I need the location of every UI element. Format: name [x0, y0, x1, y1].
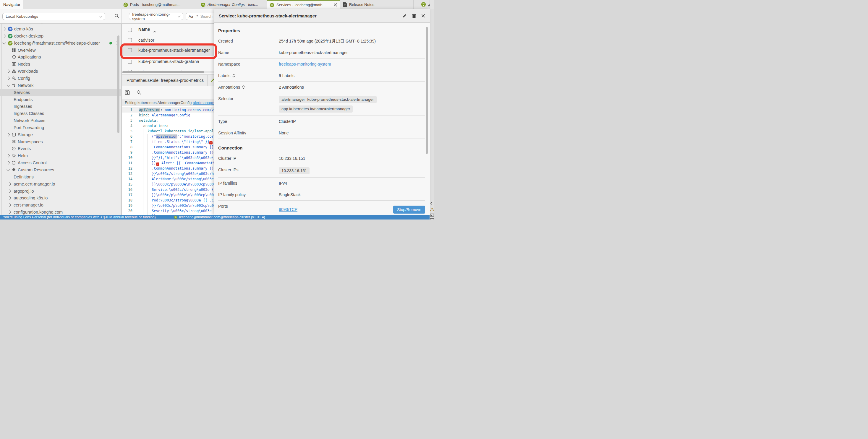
select-all-checkbox[interactable] — [128, 28, 132, 32]
custom-resources-icon — [12, 168, 16, 172]
warning-icon[interactable] — [430, 207, 434, 212]
line-number: 10 — [124, 155, 132, 160]
item-label: Namespaces — [18, 139, 43, 144]
name-column-header[interactable]: Name — [138, 27, 150, 32]
line-number: 2 — [124, 112, 132, 118]
item-label: icecheng@mathmast.com@freeleaps-cluster — [14, 41, 100, 45]
row-checkbox[interactable] — [128, 38, 132, 42]
status-connected-dot — [110, 42, 112, 44]
namespace-select[interactable]: freeleaps-monitoring-system — [129, 13, 183, 20]
sidebar-item-workloads[interactable]: Workloads — [0, 68, 121, 74]
sidebar-item-docker-desktop[interactable]: docker-desktop — [0, 33, 121, 39]
sidebar-item-definitions[interactable]: Definitions — [0, 173, 121, 180]
line-number: 16 — [124, 187, 132, 192]
sidebar-item-argoproj-io[interactable]: argoproj.io — [0, 188, 121, 194]
tab-release-notes[interactable]: Release Notes — [340, 0, 413, 9]
sidebar-item-endpoints[interactable]: Endpoints — [0, 96, 121, 103]
code-text: .CommonAnnotations.summary }} — [139, 166, 214, 171]
row-value: kube-prometheus-stack-alertmanager — [279, 50, 425, 55]
tab-pods-icecheng-mathmas[interactable]: Pods - icecheng@mathmas... — [121, 0, 198, 9]
close-icon[interactable] — [421, 14, 425, 18]
drawer-scrollbar[interactable] — [426, 27, 428, 154]
regex-toggle[interactable]: .* — [195, 14, 198, 19]
sidebar-item-applications[interactable]: Applications — [0, 54, 121, 60]
search-icon[interactable] — [115, 13, 119, 20]
breadcrumb-link[interactable]: alertmanager — [193, 100, 216, 105]
line-number: 17 — [124, 192, 132, 198]
edit-pencil-icon[interactable] — [402, 13, 407, 18]
sidebar-item-port-forwarding[interactable]: Port Forwarding — [0, 124, 121, 131]
terminal-icon[interactable] — [430, 217, 434, 220]
k8s-icon — [8, 33, 13, 38]
trash-icon[interactable] — [412, 13, 416, 18]
sidebar-scrollbar[interactable] — [117, 35, 119, 133]
chevron-right-icon — [6, 76, 10, 80]
drawer-row-cluster-ips: Cluster IPs10.233.16.151 — [218, 164, 425, 177]
config-icon — [12, 76, 16, 80]
chevron-left-icon[interactable] — [430, 201, 433, 206]
section-heading-properties: Properties — [218, 28, 425, 33]
sidebar-item-acme-cert-manager-io[interactable]: acme.cert-manager.io — [0, 180, 121, 187]
chevron-right-icon — [2, 27, 6, 30]
sidebar-item-storage[interactable]: Storage — [0, 131, 121, 138]
sidebar-item-ingress-classes[interactable]: Ingress Classes — [0, 110, 121, 117]
search-icon[interactable] — [136, 90, 141, 95]
sidebar-item-icecheng-mathmast-com-freeleaps-cluster[interactable]: icecheng@mathmast.com@freeleaps-cluster — [0, 40, 121, 46]
row-label: Namespace — [218, 62, 279, 67]
tab-alertmanager-configs-icec[interactable]: Alertmanager Configs - icec... — [198, 0, 267, 9]
sidebar-item-cert-manager-io[interactable]: cert-manager.io — [0, 201, 121, 208]
namespace-select-value: freeleaps-monitoring-system — [132, 12, 178, 21]
sidebar-item-custom-resources[interactable]: Custom Resources — [0, 166, 121, 173]
item-label: Endpoints — [13, 97, 33, 102]
sidebar-item-helm[interactable]: Helm — [0, 152, 121, 159]
sidebar-item-overview[interactable]: Overview — [0, 47, 121, 54]
item-label: Applications — [18, 55, 41, 59]
namespace-link[interactable]: freeleaps-monitoring-system — [279, 62, 331, 66]
item-label: Workloads — [18, 69, 38, 74]
line-number: 14 — [124, 176, 132, 182]
item-label: cert-manager.io — [13, 203, 43, 207]
kubernetes-icon — [421, 2, 426, 8]
clipped-item-text: g — [41, 24, 43, 24]
kubernetes-icon — [270, 3, 274, 7]
item-label: Ingress Classes — [13, 111, 44, 116]
port-link[interactable]: 9093/TCP — [279, 207, 298, 212]
sidebar-item-access-control[interactable]: Access Control — [0, 159, 121, 166]
match-case-toggle[interactable]: Aa — [189, 14, 193, 19]
row-checkbox[interactable] — [128, 60, 132, 64]
sidebar-item-config[interactable]: Config — [0, 75, 121, 81]
breadcrumb-text: Editing kubernetes AlertmanagerConfig — [125, 100, 192, 105]
sort-toggle-icon[interactable] — [242, 86, 245, 89]
workloads-icon — [12, 69, 16, 73]
sidebar-item-demo-k8s[interactable]: demo-k8s — [0, 25, 121, 32]
sidebar-item-configuration-konghq-com[interactable]: configuration.konghq.com — [0, 209, 121, 215]
row-value: SingleStack — [279, 192, 425, 197]
drawer-body: PropertiesCreated254d 17h 50m ago (2025年… — [214, 23, 430, 215]
stop-remove-button[interactable]: Stop/Remove — [393, 206, 425, 213]
applications-icon — [12, 55, 16, 59]
sidebar-item-events[interactable]: Events — [0, 145, 121, 152]
close-tab-icon[interactable] — [334, 3, 337, 7]
sidebar-item-namespaces[interactable]: Namespaces — [0, 138, 121, 145]
sidebar-item-network[interactable]: Network — [0, 82, 121, 89]
item-label: Ingresses — [13, 104, 32, 109]
save-icon[interactable] — [125, 90, 130, 95]
sidebar-item-autoscaling-k8s-io[interactable]: autoscaling.k8s.io — [0, 194, 121, 201]
kubeconfig-select[interactable]: Local Kubeconfigs — [2, 13, 105, 20]
sidebar-item-nodes[interactable]: Nodes — [0, 61, 121, 67]
sort-toggle-icon[interactable] — [232, 74, 235, 77]
row-label: Type — [218, 119, 279, 124]
tab-strip: Pods - icecheng@mathmas...Alertmanager C… — [121, 0, 413, 9]
sidebar-item-services[interactable]: Services — [0, 89, 121, 96]
status-bar: You're using Lens Personal (for individu… — [0, 215, 430, 220]
access-control-icon — [12, 161, 16, 165]
code-text: }} Alert: {{ .CommonAnnotati — [139, 160, 215, 166]
drawer-row-name: Namekube-prometheus-stack-alertmanager — [218, 47, 425, 59]
chevron-down-icon — [99, 14, 102, 18]
tab-label: Pods - icecheng@mathmas... — [130, 2, 195, 7]
tab-services-icecheng-math[interactable]: Services - icecheng@math... — [267, 0, 340, 9]
service-detail-drawer: Service: kube-prometheus-stack-alertmana… — [214, 9, 430, 215]
item-label: Helm — [18, 153, 28, 158]
sidebar-item-ingresses[interactable]: Ingresses — [0, 103, 121, 110]
sidebar-item-network-policies[interactable]: Network Policies — [0, 117, 121, 124]
